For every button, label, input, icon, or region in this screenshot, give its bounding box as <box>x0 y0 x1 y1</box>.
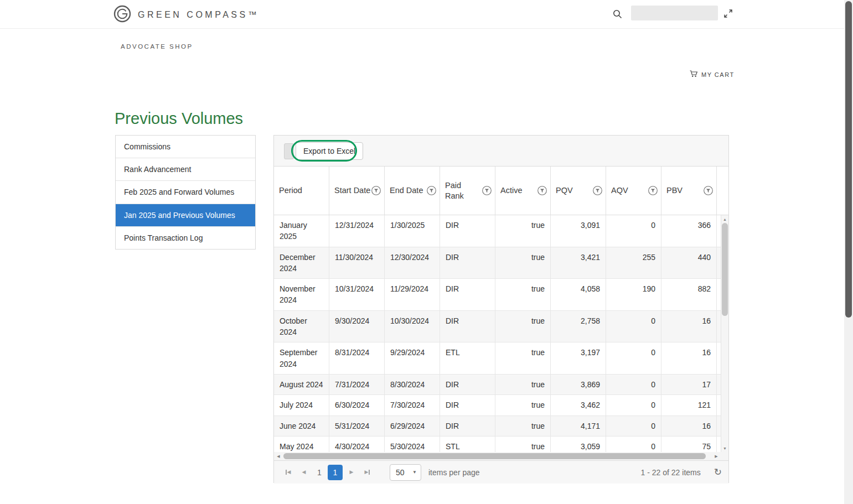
filter-icon[interactable] <box>592 185 603 196</box>
table-row[interactable]: December 202411/30/202412/30/2024DIRtrue… <box>274 247 721 279</box>
cell-pbv: 16 <box>661 311 717 342</box>
column-header-end-date[interactable]: End Date <box>385 167 440 215</box>
cell-end-date: 8/30/2024 <box>385 375 440 394</box>
refresh-icon[interactable]: ↻ <box>714 467 722 477</box>
column-header-aqv[interactable]: AQV <box>606 167 661 215</box>
column-label: PQV <box>556 185 573 196</box>
cell-paid-rank: DIR <box>440 311 495 342</box>
sidebar-item-rank-advancement[interactable]: Rank Advancement <box>116 158 255 180</box>
volumes-grid: Export to Excel PeriodStart DateEnd Date… <box>273 135 729 483</box>
brand-logo[interactable]: GREEN COMPASS™ <box>113 4 259 25</box>
table-row[interactable]: May 20244/30/20245/30/2024STLtrue3,05907… <box>274 437 721 452</box>
toolbar-mini-button[interactable] <box>284 143 294 159</box>
cell-active: true <box>495 395 551 415</box>
vertical-scroll-thumb[interactable] <box>722 223 728 316</box>
grid-horizontal-scrollbar[interactable]: ◀ ▶ <box>274 452 728 460</box>
cell-paid-rank: DIR <box>440 375 495 394</box>
pager-prev-button[interactable]: ◀ <box>297 465 311 480</box>
cell-paid-rank: DIR <box>440 215 495 247</box>
filter-icon[interactable] <box>648 185 658 196</box>
scroll-up-icon[interactable]: ▲ <box>721 215 728 223</box>
brand-name: GREEN COMPASS™ <box>138 10 259 20</box>
filter-icon[interactable] <box>482 185 492 196</box>
table-row[interactable]: September 20248/31/20249/29/2024ETLtrue3… <box>274 342 721 375</box>
sidebar-item-points-transaction-log[interactable]: Points Transaction Log <box>116 226 255 249</box>
sidebar-list: CommissionsRank AdvancementFeb 2025 and … <box>115 135 256 250</box>
cell-active: true <box>495 342 551 374</box>
grid-header-row: PeriodStart DateEnd DatePaid RankActiveP… <box>274 167 728 215</box>
column-header-pbv[interactable]: PBV <box>661 167 717 215</box>
table-row[interactable]: November 202410/31/202411/29/2024DIRtrue… <box>274 279 721 311</box>
scrollbar-corner <box>721 452 728 460</box>
cell-end-date: 9/29/2024 <box>385 342 440 374</box>
chevron-down-icon: ▼ <box>412 470 417 475</box>
grid-vertical-scrollbar[interactable]: ▲ ▼ <box>721 215 728 452</box>
table-row[interactable]: June 20245/31/20246/29/2024DIRtrue4,1710… <box>274 416 721 437</box>
advocate-shop-link[interactable]: ADVOCATE SHOP <box>121 43 193 50</box>
pager-first-button[interactable]: ◀ <box>281 465 295 480</box>
pager-last-button[interactable]: ▶ <box>360 465 375 480</box>
cell-paid-rank: DIR <box>440 416 495 436</box>
filter-icon[interactable] <box>703 185 714 196</box>
grid-toolbar: Export to Excel <box>274 136 728 167</box>
cell-period: January 2025 <box>274 215 329 247</box>
cell-pqv: 3,421 <box>551 247 606 279</box>
pager-current-page[interactable]: 1 <box>328 465 343 480</box>
user-name-redacted <box>631 6 718 20</box>
cell-period: September 2024 <box>274 342 329 374</box>
scroll-right-icon[interactable]: ▶ <box>712 454 721 459</box>
page-size-dropdown[interactable]: 50 ▼ <box>390 464 421 481</box>
pager-page-button[interactable]: 1 <box>313 465 326 480</box>
table-row[interactable]: August 20247/31/20248/30/2024DIRtrue3,86… <box>274 375 721 395</box>
column-header-pqv[interactable]: PQV <box>551 167 606 215</box>
cell-end-date: 5/30/2024 <box>385 437 440 452</box>
cell-aqv: 0 <box>606 437 661 452</box>
table-row[interactable]: July 20246/30/20247/30/2024DIRtrue3,4620… <box>274 395 721 415</box>
table-row[interactable]: January 202512/31/20241/30/2025DIRtrue3,… <box>274 215 721 247</box>
column-label: AQV <box>611 185 628 196</box>
search-icon[interactable] <box>613 9 622 21</box>
page-scroll-thumb[interactable] <box>845 1 852 318</box>
cell-aqv: 0 <box>606 215 661 247</box>
cell-pbv: 882 <box>661 279 717 310</box>
cell-active: true <box>495 279 551 310</box>
sidebar-item-commissions[interactable]: Commissions <box>116 136 255 158</box>
cell-pqv: 3,869 <box>551 375 606 394</box>
cell-active: true <box>495 437 551 452</box>
pager-next-button[interactable]: ▶ <box>344 465 359 480</box>
sidebar-item-feb-2025-and-forward-volumes[interactable]: Feb 2025 and Forward Volumes <box>116 180 255 203</box>
my-cart-button[interactable]: MY CART <box>690 70 735 79</box>
scroll-down-icon[interactable]: ▼ <box>721 444 728 452</box>
cell-pbv: 366 <box>661 215 717 247</box>
export-button-label: Export to Excel <box>303 147 355 155</box>
table-row[interactable]: October 20249/30/202410/30/2024DIRtrue2,… <box>274 311 721 343</box>
filter-icon[interactable] <box>426 185 437 196</box>
column-label: PBV <box>666 185 683 196</box>
column-label: Paid Rank <box>445 180 482 201</box>
horizontal-scroll-track[interactable] <box>283 452 712 460</box>
brand-logo-icon <box>113 4 132 25</box>
cell-start-date: 9/30/2024 <box>329 311 385 342</box>
column-header-paid-rank[interactable]: Paid Rank <box>440 167 495 215</box>
cell-start-date: 12/31/2024 <box>329 215 385 247</box>
cell-period: June 2024 <box>274 416 329 436</box>
export-to-excel-button[interactable]: Export to Excel <box>296 142 363 160</box>
column-header-start-date[interactable]: Start Date <box>329 167 385 215</box>
column-header-period[interactable]: Period <box>274 167 329 215</box>
cell-aqv: 0 <box>606 416 661 436</box>
cell-active: true <box>495 375 551 394</box>
scroll-left-icon[interactable]: ◀ <box>274 454 283 459</box>
horizontal-scroll-thumb[interactable] <box>283 453 706 459</box>
cell-paid-rank: ETL <box>440 342 495 374</box>
sidebar-item-jan-2025-and-previous-volumes[interactable]: Jan 2025 and Previous Volumes <box>116 204 255 226</box>
cell-pqv: 4,171 <box>551 416 606 436</box>
column-header-active[interactable]: Active <box>495 167 551 215</box>
page-scrollbar[interactable] <box>844 0 853 504</box>
cell-active: true <box>495 215 551 247</box>
grid-pager: ◀ ◀ 1 1 ▶ ▶ 50 ▼ items per page 1 - 22 o… <box>274 460 728 484</box>
expand-icon[interactable] <box>723 9 733 20</box>
filter-icon[interactable] <box>537 185 547 196</box>
filter-icon[interactable] <box>371 185 381 196</box>
cell-start-date: 10/31/2024 <box>329 279 385 310</box>
cell-start-date: 4/30/2024 <box>329 437 385 452</box>
